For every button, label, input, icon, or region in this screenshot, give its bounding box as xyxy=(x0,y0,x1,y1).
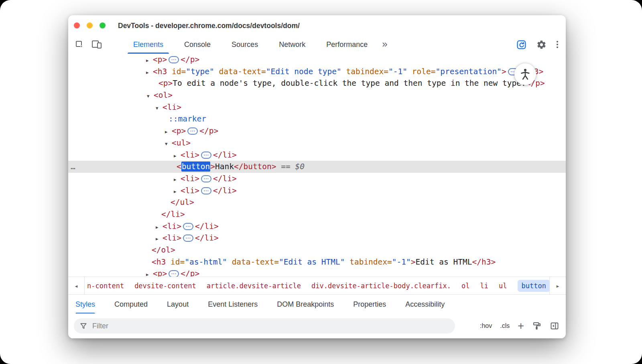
code-token: </li> xyxy=(195,233,219,243)
dom-tree-row[interactable]: ▸<li>⋯</li> xyxy=(68,232,566,244)
code-token: Hank xyxy=(215,162,234,171)
dom-tree-row[interactable]: </ol> xyxy=(68,244,566,256)
expand-arrow-icon[interactable]: ▸ xyxy=(146,67,153,79)
dom-tree-row[interactable]: ▸<li>⋯</li> xyxy=(68,185,566,197)
screencast-toggle-icon[interactable] xyxy=(516,39,527,50)
code-token: Edit as HTML xyxy=(416,257,472,267)
code-token: > xyxy=(502,67,506,76)
minimize-window-button[interactable] xyxy=(87,22,93,28)
dom-tree-row[interactable]: ▸<p>⋯</p> xyxy=(68,268,566,277)
styles-filter-controls: :hov .cls + xyxy=(480,313,559,338)
collapse-arrow-icon[interactable]: ▾ xyxy=(147,90,154,102)
device-toolbar-icon[interactable] xyxy=(91,40,102,49)
expand-arrow-icon[interactable]: ▸ xyxy=(174,186,181,198)
ellipsis-expand-icon[interactable]: ⋯ xyxy=(201,187,211,194)
sidebar-tab-dom-breakpoints[interactable]: DOM Breakpoints xyxy=(277,295,334,314)
filter-funnel-icon xyxy=(79,322,87,330)
dom-tree-row[interactable]: </li> xyxy=(68,208,566,220)
dom-tree-row[interactable]: ▸<p>⋯</p> xyxy=(68,125,566,137)
expand-arrow-icon[interactable]: ▸ xyxy=(156,233,163,245)
filter-pill[interactable] xyxy=(74,318,455,334)
ellipsis-expand-icon[interactable]: ⋯ xyxy=(187,127,198,135)
ellipsis-expand-icon[interactable]: ⋯ xyxy=(201,152,211,159)
expand-arrow-icon[interactable]: ▸ xyxy=(146,55,153,67)
ellipsis-expand-icon[interactable]: ⋯ xyxy=(201,175,211,182)
dom-tree-row[interactable]: ▸<h3 id="type" data-text="Edit node type… xyxy=(68,66,566,78)
breadcrumb-scroll-left-icon[interactable]: ◂ xyxy=(68,277,85,295)
element-classes-button[interactable]: .cls xyxy=(500,322,510,330)
tab-network[interactable]: Network xyxy=(268,35,316,54)
dom-tree-row[interactable]: ▸<li>⋯</li> xyxy=(68,149,566,161)
paint-roller-icon[interactable] xyxy=(532,321,542,331)
sidebar-tab-event-listeners[interactable]: Event Listeners xyxy=(208,295,258,314)
more-tabs-icon[interactable]: » xyxy=(378,35,391,54)
dom-tree-row[interactable]: <h3 id="as-html" data-text="Edit as HTML… xyxy=(68,256,566,268)
window-titlebar: DevTools - developer.chrome.com/docs/dev… xyxy=(68,15,566,35)
code-token: <p> xyxy=(153,55,167,64)
dom-tree-row[interactable]: ▾<ol> xyxy=(68,89,566,101)
breadcrumb-item-li[interactable]: li xyxy=(480,282,488,290)
dom-tree-row[interactable]: ::marker xyxy=(68,113,566,125)
sidebar-tab-layout[interactable]: Layout xyxy=(167,295,189,314)
code-token xyxy=(214,67,219,76)
tab-elements[interactable]: Elements xyxy=(123,35,174,54)
code-token: <p> xyxy=(158,79,173,88)
ellipsis-expand-icon[interactable]: ⋯ xyxy=(183,235,193,242)
expand-arrow-icon[interactable]: ▸ xyxy=(174,150,181,162)
collapse-sidebar-icon[interactable] xyxy=(550,321,559,331)
breadcrumb-item-div-devsite-article-body-clearfix-[interactable]: div.devsite-article-body.clearfix. xyxy=(311,282,451,290)
inspect-element-icon[interactable] xyxy=(75,40,84,49)
toggle-element-state-button[interactable]: :hov xyxy=(480,322,492,330)
collapse-arrow-icon[interactable]: ▾ xyxy=(156,102,163,114)
code-token: <h3 xyxy=(152,257,171,267)
ellipsis-expand-icon[interactable]: ⋯ xyxy=(169,56,179,63)
code-token: </button> xyxy=(234,162,276,171)
sidebar-tab-computed[interactable]: Computed xyxy=(114,295,148,314)
row-menu-icon[interactable]: … xyxy=(71,161,75,173)
dom-tree-row[interactable]: …<button>Hank</button> == $0 xyxy=(68,161,566,173)
close-window-button[interactable] xyxy=(74,22,80,28)
breadcrumb-item-devsite-content[interactable]: devsite-content xyxy=(134,282,196,290)
breadcrumb-item-button[interactable]: button xyxy=(518,280,549,292)
dom-tree-row[interactable]: ▸<li>⋯</li> xyxy=(68,220,566,233)
settings-gear-icon[interactable] xyxy=(536,40,547,50)
styles-filter-bar: :hov .cls + xyxy=(68,313,566,338)
new-style-rule-button[interactable]: + xyxy=(518,321,524,332)
sidebar-tab-accessibility[interactable]: Accessibility xyxy=(405,295,445,314)
dom-tree-row[interactable]: ▸<li>⋯</li> xyxy=(68,173,566,185)
kebab-menu-icon[interactable] xyxy=(556,40,559,49)
expand-arrow-icon[interactable]: ▸ xyxy=(165,126,172,138)
breadcrumb-item-article-devsite-article[interactable]: article.devsite-article xyxy=(207,282,301,290)
tab-console[interactable]: Console xyxy=(174,35,221,54)
dom-tree-row[interactable]: <p>To edit a node's type, double-click t… xyxy=(68,77,566,89)
dom-tree-row[interactable]: ▾<ul> xyxy=(68,137,566,149)
expand-arrow-icon[interactable]: ▸ xyxy=(174,174,181,186)
code-token xyxy=(345,257,349,267)
styles-filter-input[interactable] xyxy=(91,322,455,331)
sidebar-tab-properties[interactable]: Properties xyxy=(353,295,386,314)
dom-tree-row[interactable]: ▾<li> xyxy=(68,101,566,113)
expand-arrow-icon[interactable]: ▸ xyxy=(146,269,153,277)
tab-sources[interactable]: Sources xyxy=(221,35,268,54)
breadcrumb-item-ul[interactable]: ul xyxy=(499,282,507,290)
breadcrumb-item-ol[interactable]: ol xyxy=(461,282,469,290)
breadcrumb-scroll-right-icon[interactable]: ▸ xyxy=(549,277,566,295)
code-token: </p> xyxy=(199,126,218,135)
breadcrumb-item-n-content[interactable]: n-content xyxy=(87,282,124,290)
sidebar-tab-styles[interactable]: Styles xyxy=(75,295,95,314)
code-token: "type" xyxy=(186,67,214,76)
page-background: DevTools - developer.chrome.com/docs/dev… xyxy=(0,0,642,364)
tab-performance[interactable]: Performance xyxy=(316,35,378,54)
ellipsis-expand-icon[interactable]: ⋯ xyxy=(183,223,193,230)
dom-tree-row[interactable]: </ul> xyxy=(68,196,566,208)
breadcrumb: n-contentdevsite-contentarticle.devsite-… xyxy=(85,277,549,295)
code-token: data-text= xyxy=(219,67,266,76)
dom-tree-row[interactable]: ▸<p>⋯</p> xyxy=(68,54,566,66)
ellipsis-expand-icon[interactable]: ⋯ xyxy=(169,270,179,277)
devtools-window: DevTools - developer.chrome.com/docs/dev… xyxy=(68,15,566,338)
code-token: <li> xyxy=(181,150,199,160)
code-token: <p> xyxy=(172,126,186,135)
collapse-arrow-icon[interactable]: ▾ xyxy=(165,138,172,150)
expand-arrow-icon[interactable]: ▸ xyxy=(156,221,163,233)
zoom-window-button[interactable] xyxy=(100,22,106,28)
